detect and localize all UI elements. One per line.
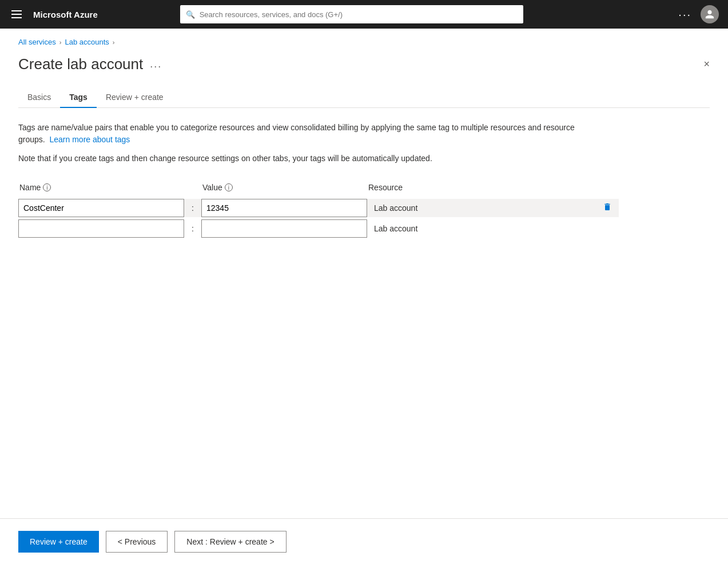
brand-logo: Microsoft Azure bbox=[33, 10, 98, 19]
tab-review-create[interactable]: Review + create bbox=[97, 87, 173, 107]
column-header-resource: Resource bbox=[367, 181, 619, 194]
tag-name-input-2[interactable] bbox=[18, 219, 184, 238]
search-icon: 🔍 bbox=[186, 10, 195, 19]
resource-label-2: Lab account bbox=[374, 224, 417, 233]
tags-table: Name i Value i Resource : Lab account bbox=[18, 181, 619, 238]
close-button[interactable]: × bbox=[703, 58, 710, 70]
tag-value-input-1[interactable] bbox=[201, 199, 367, 217]
breadcrumb: All services › Lab accounts › bbox=[18, 38, 710, 46]
colon-separator-1: : bbox=[184, 203, 201, 213]
search-box: 🔍 bbox=[180, 5, 523, 23]
breadcrumb-chevron-2: › bbox=[113, 39, 115, 46]
tab-tags[interactable]: Tags bbox=[60, 87, 97, 107]
previous-button[interactable]: < Previous bbox=[106, 531, 168, 553]
hamburger-menu[interactable] bbox=[9, 8, 24, 21]
bottom-bar: Review + create < Previous Next : Review… bbox=[0, 518, 728, 564]
tag-value-input-2[interactable] bbox=[201, 219, 367, 238]
delete-row-button-1[interactable] bbox=[603, 202, 612, 214]
topbar: Microsoft Azure 🔍 ··· bbox=[0, 0, 728, 29]
tags-note: Note that if you create tags and then ch… bbox=[18, 153, 579, 165]
resource-cell-2: Lab account bbox=[367, 219, 619, 238]
main-content: All services › Lab accounts › Create lab… bbox=[0, 29, 728, 518]
page-header: Create lab account ... × bbox=[18, 55, 710, 73]
topbar-right: ··· bbox=[678, 5, 719, 23]
breadcrumb-chevron-1: › bbox=[59, 39, 62, 46]
page-ellipsis-icon[interactable]: ... bbox=[150, 58, 162, 70]
tag-name-input-1[interactable] bbox=[18, 199, 184, 217]
tab-basics[interactable]: Basics bbox=[18, 87, 60, 107]
column-header-value: Value i bbox=[201, 181, 367, 194]
table-row: : Lab account bbox=[18, 219, 619, 238]
name-info-icon[interactable]: i bbox=[43, 183, 51, 191]
value-info-icon[interactable]: i bbox=[225, 183, 233, 191]
learn-more-link[interactable]: Learn more about tags bbox=[49, 135, 130, 144]
colon-separator-2: : bbox=[184, 224, 201, 233]
review-create-button[interactable]: Review + create bbox=[18, 531, 99, 553]
avatar[interactable] bbox=[701, 5, 719, 23]
column-header-name: Name i bbox=[18, 181, 184, 194]
page-title: Create lab account bbox=[18, 55, 143, 73]
breadcrumb-lab-accounts[interactable]: Lab accounts bbox=[65, 38, 109, 46]
next-button[interactable]: Next : Review + create > bbox=[174, 531, 286, 553]
tags-table-header: Name i Value i Resource bbox=[18, 181, 619, 194]
resource-cell-1: Lab account bbox=[367, 199, 619, 217]
search-input[interactable] bbox=[200, 10, 518, 19]
resource-label-1: Lab account bbox=[374, 203, 417, 213]
topbar-more-icon[interactable]: ··· bbox=[678, 8, 691, 21]
breadcrumb-all-services[interactable]: All services bbox=[18, 38, 56, 46]
table-row: : Lab account bbox=[18, 199, 619, 217]
tags-description: Tags are name/value pairs that enable yo… bbox=[18, 122, 579, 146]
tab-bar: Basics Tags Review + create bbox=[18, 87, 710, 108]
